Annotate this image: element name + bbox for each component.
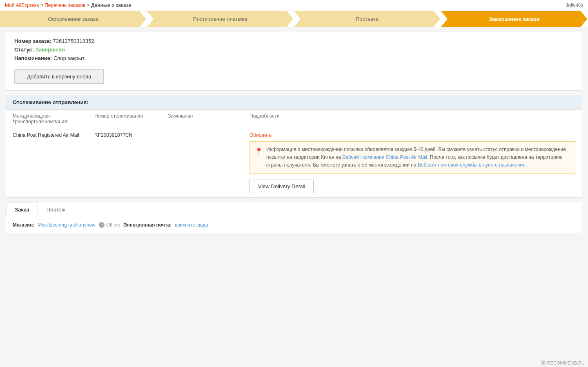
tracking-header: Отслеживание отправления: xyxy=(6,95,582,110)
store-row: Магазин: Miss Evening fashionshow Offlin… xyxy=(13,222,575,228)
order-status-val: Завершено xyxy=(36,47,65,53)
view-delivery-section: View Delivery Detail xyxy=(249,174,575,193)
offline-badge: Offline xyxy=(99,222,120,228)
offline-label: Offline xyxy=(106,222,120,228)
store-label: Магазин: xyxy=(13,222,34,228)
order-status-label: Статус: xyxy=(14,47,34,53)
tracking-info-box: 📍 Информация о местонахождении посылки о… xyxy=(249,141,575,174)
breadcrumb-home[interactable]: Мой AliExpress xyxy=(5,2,39,8)
breadcrumb-orders[interactable]: Перечень заказов xyxy=(45,2,85,8)
order-number-val: 73613750318352 xyxy=(53,38,94,44)
username: Jolly-Ko xyxy=(566,2,583,8)
tab-order[interactable]: Заказ xyxy=(6,202,38,217)
breadcrumb-current: Данные о заказе xyxy=(91,2,131,8)
tracking-info-text: Информация о местонахождении посылки обн… xyxy=(266,146,570,169)
tracking-remarks xyxy=(161,128,243,197)
carrier-name: China Post Registered Air Mail xyxy=(6,128,88,197)
order-status-row: Статус: Завершено xyxy=(14,47,574,53)
email-link[interactable]: кликните сюда xyxy=(175,222,208,228)
info-text-3: . xyxy=(526,162,527,168)
col-header-tracking: Номер отслеживания xyxy=(88,110,161,128)
order-reminder-label: Напоминание: xyxy=(14,55,52,61)
tracking-row: China Post Registered Air Mail RF2003910… xyxy=(6,128,582,197)
page-content: Номер заказа: 73613750318352 Статус: Зав… xyxy=(0,27,588,237)
step-complete: Завершение заказа xyxy=(441,11,587,27)
tracking-table: Международная транспортная компания Номе… xyxy=(6,110,582,197)
order-number-label: Номер заказа: xyxy=(14,38,51,44)
update-link[interactable]: Обновить xyxy=(249,132,575,138)
progress-bar: Оформление заказа Поступление платежа По… xyxy=(0,11,588,27)
order-reminder-val: Спор закрыт. xyxy=(53,55,85,61)
order-info-card: Номер заказа: 73613750318352 Статус: Зав… xyxy=(6,31,582,91)
tracking-header-row: Международная транспортная компания Номе… xyxy=(6,110,582,128)
postal-service-link[interactable]: Вебсайт почтовой службы в пункте назначе… xyxy=(418,162,526,168)
breadcrumb: Мой AliExpress > Перечень заказов > Данн… xyxy=(5,2,131,8)
offline-dot-icon xyxy=(99,222,105,228)
email-label: Электронная почта: xyxy=(123,222,172,228)
tracking-number: RF200391077CN xyxy=(88,128,161,197)
china-post-link[interactable]: Вебсайт компании China Post Air Mail xyxy=(342,154,427,160)
add-to-cart-button[interactable]: Добавить в корзину снова xyxy=(14,69,104,84)
tracking-card: Отслеживание отправления: Международная … xyxy=(6,95,582,198)
col-header-details: Подробности xyxy=(243,110,582,128)
tab-payment[interactable]: Платёж xyxy=(38,202,74,217)
add-to-cart-section: Добавить в корзину снова xyxy=(14,64,574,84)
step-order: Оформление заказа xyxy=(0,11,146,27)
tabs-header: Заказ Платёж xyxy=(6,202,582,217)
tabs-content: Магазин: Miss Evening fashionshow Offlin… xyxy=(6,217,582,233)
col-header-remarks: Замечания xyxy=(161,110,243,128)
step-delivery: Поставка xyxy=(294,11,440,27)
pin-icon: 📍 xyxy=(255,146,263,169)
order-number-row: Номер заказа: 73613750318352 xyxy=(14,38,574,44)
step-payment: Поступление платежа xyxy=(147,11,293,27)
col-header-carrier: Международная транспортная компания xyxy=(6,110,88,128)
view-delivery-button[interactable]: View Delivery Detail xyxy=(249,180,314,193)
tabs-section: Заказ Платёж Магазин: Miss Evening fashi… xyxy=(6,202,582,233)
order-reminder-row: Напоминание: Спор закрыт. xyxy=(14,55,574,61)
tracking-details: Обновить 📍 Информация о местонахождении … xyxy=(243,128,582,197)
top-bar: Мой AliExpress > Перечень заказов > Данн… xyxy=(0,0,588,11)
store-name-link[interactable]: Miss Evening fashionshow xyxy=(38,222,95,228)
